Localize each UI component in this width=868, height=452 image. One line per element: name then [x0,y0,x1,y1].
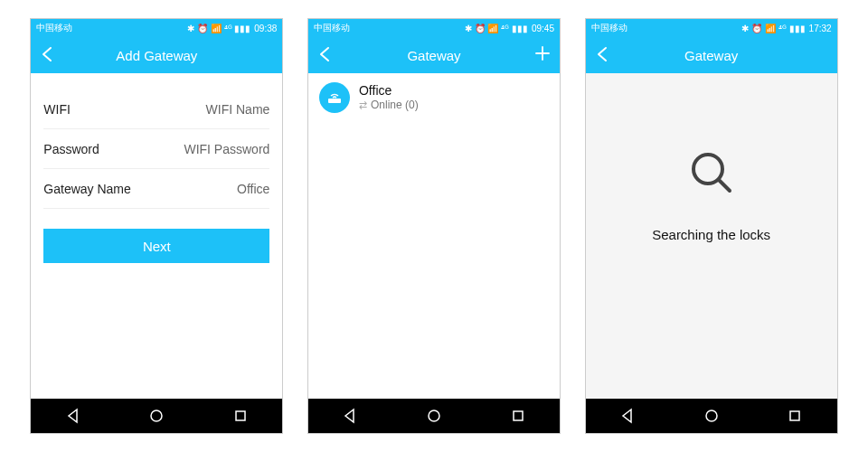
add-icon[interactable] [534,45,551,65]
gateway-name: Office [359,83,419,99]
nav-back-icon[interactable] [65,408,81,424]
status-time: 17:32 [809,24,832,33]
wifi-row[interactable]: WIFI WIFI Name [43,89,269,129]
status-bar: 中国移动 ✱ ⏰ 📶 ⁴ᴳ ▮▮▮ 09:45 [308,19,560,37]
phone-gateway-list: 中国移动 ✱ ⏰ 📶 ⁴ᴳ ▮▮▮ 09:45 Gateway Offic [307,18,561,434]
svg-point-3 [429,410,439,421]
content-area: Office Online (0) [308,73,560,399]
status-bar: 中国移动 ✱ ⏰ 📶 ⁴ᴳ ▮▮▮ 09:38 [31,19,282,37]
carrier-label: 中国移动 [314,22,350,34]
android-navbar [31,399,282,433]
topbar: Add Gateway [31,37,282,73]
svg-rect-2 [328,99,341,103]
password-value: WIFI Password [184,142,269,156]
nav-home-icon[interactable] [148,408,165,424]
svg-point-7 [706,410,717,421]
status-icons: ✱ ⏰ 📶 ⁴ᴳ ▮▮▮ [465,24,528,33]
wifi-value: WIFI Name [206,102,270,117]
back-icon[interactable] [40,46,58,65]
svg-point-0 [151,410,162,421]
topbar: Gateway [586,37,837,73]
back-icon[interactable] [595,46,613,65]
nav-recent-icon[interactable] [787,408,803,424]
status-time: 09:45 [532,24,554,33]
gateway-list-item[interactable]: Office Online (0) [308,73,560,122]
phone-searching: 中国移动 ✱ ⏰ 📶 ⁴ᴳ ▮▮▮ 17:32 Gateway Searchin… [585,18,838,434]
status-icons: ✱ ⏰ 📶 ⁴ᴳ ▮▮▮ [741,24,805,33]
gatewayname-label: Gateway Name [43,182,130,196]
status-time: 09:38 [254,24,277,33]
gateway-form: WIFI WIFI Name Password WIFI Password Ga… [31,73,282,263]
back-icon[interactable] [317,46,335,65]
nav-home-icon[interactable] [703,408,720,424]
page-title: Gateway [407,48,460,63]
password-label: Password [43,142,99,156]
gatewayname-value: Office [237,182,269,196]
svg-line-6 [719,180,730,191]
next-button[interactable]: Next [43,229,269,263]
phone-add-gateway: 中国移动 ✱ ⏰ 📶 ⁴ᴳ ▮▮▮ 09:38 Add Gateway WIFI… [30,18,283,434]
nav-recent-icon[interactable] [232,408,249,424]
nav-home-icon[interactable] [426,408,442,424]
gateway-text: Office Online (0) [359,83,419,113]
status-icons: ✱ ⏰ 📶 ⁴ᴳ ▮▮▮ [187,24,250,33]
svg-rect-8 [790,411,799,420]
searching-message: Searching the locks [652,227,770,242]
search-icon [684,146,739,200]
wifi-label: WIFI [43,102,71,117]
status-bar: 中国移动 ✱ ⏰ 📶 ⁴ᴳ ▮▮▮ 17:32 [586,19,837,37]
content-area: WIFI WIFI Name Password WIFI Password Ga… [31,73,282,399]
page-title: Gateway [684,48,738,63]
nav-back-icon[interactable] [342,408,358,424]
topbar: Gateway [308,37,560,73]
content-area: Searching the locks [586,73,837,399]
page-title: Add Gateway [116,48,197,63]
nav-recent-icon[interactable] [510,408,526,424]
gateway-icon [319,82,350,113]
carrier-label: 中国移动 [36,22,72,34]
gatewayname-row[interactable]: Gateway Name Office [43,169,269,209]
gateway-status: Online (0) [359,99,419,112]
svg-rect-1 [236,411,245,420]
svg-rect-4 [514,411,523,420]
android-navbar [308,399,560,433]
nav-back-icon[interactable] [619,408,636,424]
password-row[interactable]: Password WIFI Password [43,129,269,169]
android-navbar [586,399,837,433]
carrier-label: 中国移动 [591,22,627,34]
